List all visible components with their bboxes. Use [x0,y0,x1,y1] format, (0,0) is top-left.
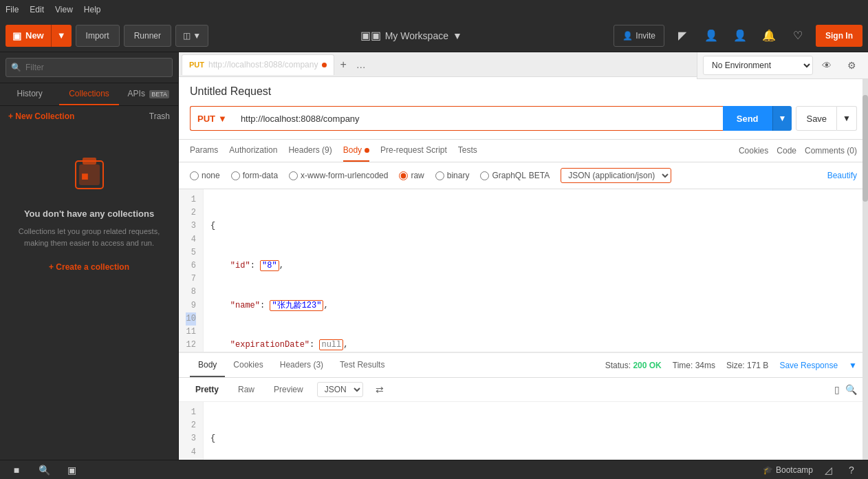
response-status-bar: Status: 200 OK Time: 34ms Size: 171 B Sa… [605,361,857,370]
trash-button[interactable]: Trash [149,111,170,121]
copy-response-button[interactable]: ▯ [834,384,840,395]
new-button[interactable]: ▣ New ▼ [6,25,72,47]
filter-input[interactable] [6,58,173,77]
resp-fmt-preview[interactable]: Preview [268,382,309,397]
menu-edit[interactable]: Edit [30,5,44,14]
opt-none[interactable]: none [190,171,220,180]
tab-body[interactable]: Body [343,140,369,162]
save-button-group: Save ▼ [796,106,857,131]
opt-raw[interactable]: raw [399,171,424,180]
opt-form-data[interactable]: form-data [231,171,278,180]
request-right-links: Cookies Code Comments (0) [739,140,857,162]
resp-tab-cookies[interactable]: Cookies [225,353,271,377]
svg-text:■: ■ [81,169,89,183]
notifications-icon[interactable]: 🔔 [758,25,780,47]
send-button-group: Send ▼ [723,106,792,131]
tab-prerequest[interactable]: Pre-request Script [380,140,447,162]
save-response-button[interactable]: Save Response [779,361,838,370]
content-area: No Environment 👁 ⚙ PUT http://localhost:… [179,52,868,479]
size-label: Size: 171 B [726,361,768,370]
resp-fmt-raw[interactable]: Raw [232,382,260,397]
response-icons: ▯ 🔍 [834,384,857,395]
add-tab-button[interactable]: + [336,58,350,71]
environment-select[interactable]: No Environment [703,56,813,75]
new-label: New [25,30,44,41]
tab-collections[interactable]: Collections [59,83,118,105]
bottom-layout2-icon[interactable]: ◿ [820,462,836,478]
invite-button[interactable]: 👤 Invite [614,25,664,47]
status-ok: 200 OK [633,361,661,370]
status-label: Status: 200 OK [605,361,662,370]
workspace-chevron-icon: ▼ [453,30,462,41]
tab-params[interactable]: Params [190,140,218,162]
method-select[interactable]: PUT ▼ [190,106,234,131]
tab-history[interactable]: History [0,83,59,105]
invite-person-icon: 👤 [622,31,633,41]
settings-icon[interactable]: 👤 [729,25,751,47]
opt-urlencoded[interactable]: x-www-form-urlencoded [289,171,388,180]
bootcamp-button[interactable]: 🎓 Bootcamp [763,465,813,475]
more-tabs-button[interactable]: … [352,59,370,70]
opt-graphql[interactable]: GraphQL BETA [480,171,550,180]
method-chevron-icon: ▼ [218,114,227,124]
request-area: Untitled Request PUT ▼ Send ▼ Save ▼ [179,77,868,140]
format-select[interactable]: JSON (application/json) [561,168,671,183]
code-body[interactable]: { "id": "8", "name": "张九龄123", "expirati… [204,189,868,352]
send-button[interactable]: Send [723,106,772,131]
workspace-selector[interactable]: ▣▣ My Workspace ▼ [213,29,609,42]
send-arrow-button[interactable]: ▼ [772,106,792,131]
sidebar: 🔍 History Collections APIs BETA + New Co… [0,52,179,479]
bottom-search-icon[interactable]: 🔍 [36,462,52,478]
bottom-help-icon[interactable]: ? [843,462,860,478]
resp-tab-test-results[interactable]: Test Results [332,353,393,377]
import-button[interactable]: Import [76,25,120,47]
tab-apis[interactable]: APIs BETA [119,83,178,105]
code-editor[interactable]: 1 2 3 4 5 6 7 8 9 10 11 12 13 14 15 [179,189,868,352]
sidebar-tabs: History Collections APIs BETA [0,83,178,106]
bottom-layout-icon[interactable]: ■ [8,462,25,478]
sign-in-button[interactable]: Sign In [816,25,862,47]
toolbar: ▣ New ▼ Import Runner ◫ ▼ ▣▣ My Workspac… [0,19,868,52]
save-arrow-button[interactable]: ▼ [837,106,857,131]
request-tab-1[interactable]: PUT http://localhost:8088/company [182,54,334,75]
env-settings-icon[interactable]: ⚙ [840,54,862,76]
runner-button[interactable]: Runner [124,25,171,47]
tab-headers[interactable]: Headers (9) [288,140,332,162]
response-format-select[interactable]: JSON [317,382,363,397]
extra-button[interactable]: ◫ ▼ [175,25,208,47]
unsaved-dot [322,63,327,67]
request-title: Untitled Request [190,85,857,98]
menu-help[interactable]: Help [84,5,101,14]
beautify-button[interactable]: Beautify [827,171,857,180]
url-input[interactable] [234,106,723,131]
bootcamp-icon: 🎓 [763,465,773,475]
link-cookies[interactable]: Cookies [739,140,768,161]
resp-tab-body[interactable]: Body [190,353,225,377]
wrap-icon[interactable]: ⇄ [376,384,384,395]
tab-authorization[interactable]: Authorization [229,140,277,162]
resp-fmt-pretty[interactable]: Pretty [190,382,224,397]
tab-tests[interactable]: Tests [458,140,477,162]
time-label: Time: 34ms [673,361,715,370]
menu-view[interactable]: View [55,5,73,14]
create-collection-button[interactable]: + Create a collection [49,262,129,272]
bottom-console-icon[interactable]: ▣ [63,462,80,478]
save-button[interactable]: Save [796,106,837,131]
link-code[interactable]: Code [777,140,796,161]
svg-rect-2 [83,158,96,164]
heart-icon[interactable]: ♡ [787,25,809,47]
save-response-arrow[interactable]: ▼ [849,361,857,370]
workspace-label: My Workspace [385,30,448,41]
opt-binary[interactable]: binary [435,171,470,180]
menu-file[interactable]: File [6,5,19,14]
request-bar: PUT ▼ Send ▼ Save ▼ [190,106,857,131]
line-numbers: 1 2 3 4 5 6 7 8 9 10 11 12 13 14 15 [179,189,204,352]
link-comments[interactable]: Comments (0) [805,140,857,161]
response-format-bar: Pretty Raw Preview JSON ⇄ ▯ 🔍 [179,378,868,402]
search-response-button[interactable]: 🔍 [845,384,857,395]
user-icon[interactable]: 👤 [700,25,722,47]
new-collection-button[interactable]: + New Collection [8,111,74,121]
resp-tab-headers[interactable]: Headers (3) [272,353,332,377]
env-eye-icon[interactable]: 👁 [816,54,838,76]
sync-icon[interactable]: ◤ [671,25,693,47]
